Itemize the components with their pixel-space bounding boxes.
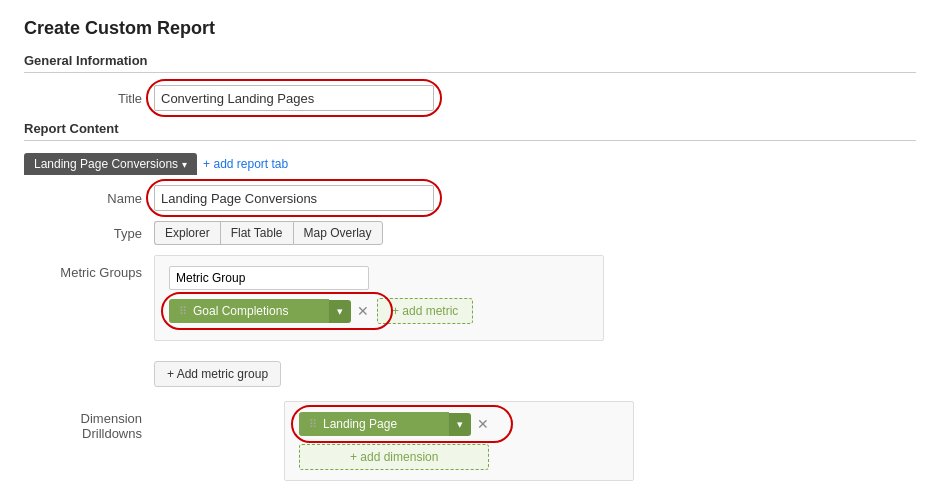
- name-row: Name: [24, 185, 916, 211]
- name-input-highlight: [154, 185, 434, 211]
- dimension-name-label: Landing Page: [323, 417, 397, 431]
- dimension-landing-page-highlight: ⠿ Landing Page ▾ ✕: [299, 412, 491, 436]
- metric-dropdown-button[interactable]: ⠿ Goal Completions: [169, 299, 329, 323]
- metric-groups-row: Metric Groups ⠿ Goal Completions ▾ ✕ + a…: [24, 255, 916, 349]
- metric-dropdown: ⠿ Goal Completions ▾: [169, 299, 351, 323]
- add-dimension-row: + add dimension: [299, 444, 619, 470]
- dimension-close-button[interactable]: ✕: [475, 416, 491, 432]
- name-label: Name: [24, 191, 154, 206]
- add-metric-group-row: + Add metric group: [154, 361, 916, 387]
- general-information-section: General Information: [24, 53, 916, 73]
- dimension-drilldowns-label: Dimension Drilldowns: [24, 401, 154, 441]
- dimension-dropdown: ⠿ Landing Page ▾: [299, 412, 471, 436]
- metric-name-label: Goal Completions: [193, 304, 288, 318]
- title-row: Title: [24, 85, 916, 111]
- tab-landing-page-conversions[interactable]: Landing Page Conversions ▾: [24, 153, 197, 175]
- dimension-drilldowns-section: Dimension Drilldowns ⠿ Landing Page ▾ ✕ …: [24, 401, 916, 481]
- add-dimension-button[interactable]: + add dimension: [299, 444, 489, 470]
- dimension-landing-page-row: ⠿ Landing Page ▾ ✕: [299, 412, 619, 436]
- add-metric-group-button[interactable]: + Add metric group: [154, 361, 281, 387]
- dimension-dropdown-button[interactable]: ⠿ Landing Page: [299, 412, 449, 436]
- metric-groups-label: Metric Groups: [24, 255, 154, 280]
- metric-goal-completions-highlight: ⠿ Goal Completions ▾ ✕: [169, 299, 371, 323]
- dimension-drag-handle-icon: ⠿: [309, 418, 317, 431]
- page-title: Create Custom Report: [24, 18, 916, 39]
- add-report-tab-link[interactable]: + add report tab: [203, 157, 288, 171]
- title-input-highlight: [154, 85, 434, 111]
- metric-drag-handle-icon: ⠿: [179, 305, 187, 318]
- type-label: Type: [24, 226, 154, 241]
- metric-groups-area: ⠿ Goal Completions ▾ ✕ + add metric: [154, 255, 604, 341]
- report-content-title: Report Content: [24, 121, 916, 141]
- metric-close-button[interactable]: ✕: [355, 303, 371, 319]
- metric-group-name-input[interactable]: [169, 266, 369, 290]
- add-metric-button[interactable]: + add metric: [377, 298, 473, 324]
- type-buttons: Explorer Flat Table Map Overlay: [154, 221, 383, 245]
- report-content-section: Report Content Landing Page Conversions …: [24, 121, 916, 349]
- type-row: Type Explorer Flat Table Map Overlay: [24, 221, 916, 245]
- metric-row: ⠿ Goal Completions ▾ ✕ + add metric: [169, 298, 589, 324]
- dimension-area: ⠿ Landing Page ▾ ✕ + add dimension: [284, 401, 634, 481]
- type-map-overlay-button[interactable]: Map Overlay: [293, 221, 383, 245]
- name-input[interactable]: [154, 185, 434, 211]
- tab-chevron-icon: ▾: [182, 159, 187, 170]
- title-label: Title: [24, 91, 154, 106]
- dimension-drilldowns-row: Dimension Drilldowns ⠿ Landing Page ▾ ✕ …: [24, 401, 916, 481]
- tab-label: Landing Page Conversions: [34, 157, 178, 171]
- tab-bar: Landing Page Conversions ▾ + add report …: [24, 153, 916, 175]
- type-flat-table-button[interactable]: Flat Table: [220, 221, 293, 245]
- dimension-chevron-button[interactable]: ▾: [449, 413, 471, 436]
- type-explorer-button[interactable]: Explorer: [154, 221, 220, 245]
- title-input[interactable]: [154, 85, 434, 111]
- metric-chevron-button[interactable]: ▾: [329, 300, 351, 323]
